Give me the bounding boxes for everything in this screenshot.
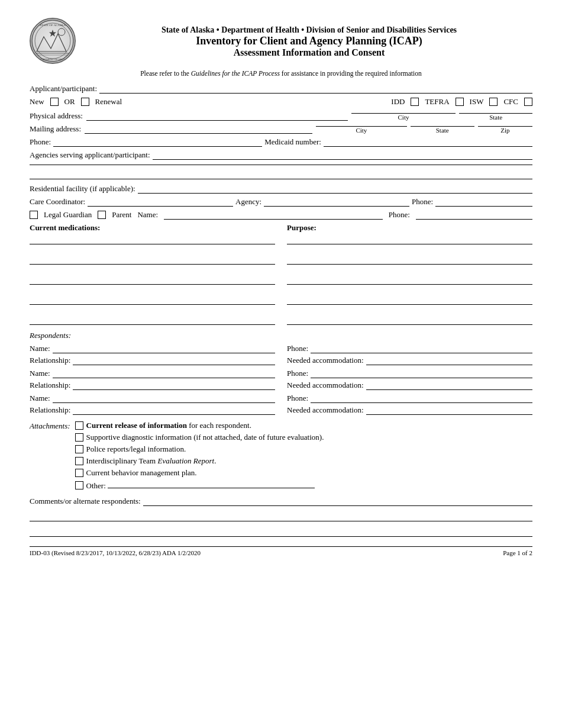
resp1-accom-label: Needed accommodation: <box>287 356 364 365</box>
agencies-field2[interactable] <box>30 170 532 179</box>
state-sublabel: State <box>459 114 532 121</box>
resp2-rel-label: Relationship: <box>30 381 70 390</box>
resp3-phone-label: Phone: <box>287 394 308 403</box>
med-line-3[interactable] <box>30 275 275 285</box>
attach-item-1: Current release of information for each … <box>75 421 324 430</box>
purpose-line-3[interactable] <box>287 275 532 285</box>
attach-checkbox-6[interactable] <box>75 481 83 489</box>
guardian-phone-field[interactable] <box>416 210 532 220</box>
purpose-line-1[interactable] <box>287 235 532 244</box>
purpose-line-2[interactable] <box>287 255 532 265</box>
care-coordinator-field[interactable] <box>88 197 233 207</box>
svg-marker-3 <box>37 34 66 51</box>
med-line-1[interactable] <box>30 235 275 244</box>
resp1-phone-field[interactable] <box>311 344 532 353</box>
purpose-line-4[interactable] <box>287 295 532 305</box>
resp3-name-label: Name: <box>30 394 50 403</box>
attach-text-3: Police reports/legal information. <box>86 444 186 454</box>
new-checkbox[interactable] <box>50 98 59 106</box>
cfc-checkbox[interactable] <box>524 98 532 106</box>
resp1-accom-field[interactable] <box>366 356 532 365</box>
resp1-rel-field[interactable] <box>73 356 275 365</box>
residential-field[interactable] <box>138 184 532 194</box>
attach-item-4: Interdisciplinary Team Evaluation Report… <box>75 456 324 466</box>
applicant-row: Applicant/participant: <box>30 84 532 94</box>
isw-checkbox[interactable] <box>489 98 498 106</box>
resp2-rel-field[interactable] <box>73 381 275 390</box>
comments-label-row: Comments/or alternate respondents: <box>30 497 532 506</box>
physical-address-field[interactable] <box>86 111 348 121</box>
resp2-name-field[interactable] <box>53 369 275 378</box>
attach-item-3: Police reports/legal information. <box>75 444 324 454</box>
phone-label: Phone: <box>30 137 51 147</box>
attach-item-2: Supportive diagnostic information (if no… <box>75 433 324 442</box>
resp2-phone-field[interactable] <box>311 369 532 378</box>
city-sublabel: City <box>351 114 456 121</box>
agency-label: Agency: <box>235 197 261 207</box>
attach-checkbox-5[interactable] <box>75 469 83 477</box>
med-line-2[interactable] <box>30 255 275 265</box>
page-header: STATE OF ALASKA DEPARTMENT OF HEALTH Sta… <box>30 18 532 65</box>
divider-1 <box>30 165 532 165</box>
resp2-phone-col: Phone: <box>287 369 532 378</box>
resp3-phone-field[interactable] <box>311 394 532 403</box>
parent-checkbox[interactable] <box>98 211 106 219</box>
resp3-accom-field[interactable] <box>366 405 532 415</box>
agencies-field[interactable] <box>153 150 532 160</box>
or-checkbox[interactable] <box>81 98 89 106</box>
legal-guardian-checkbox[interactable] <box>30 211 38 219</box>
legal-guardian-label: Legal Guardian <box>44 210 92 220</box>
svg-text:DEPARTMENT OF HEALTH: DEPARTMENT OF HEALTH <box>36 58 69 61</box>
idd-label: IDD <box>391 97 405 107</box>
attach-text-6: Other: <box>86 480 315 491</box>
medications-label: Current medications: <box>30 223 275 233</box>
cc-phone-field[interactable] <box>435 197 532 207</box>
resp1-rel-label: Relationship: <box>30 356 70 365</box>
agency-line: State of Alaska • Department of Health •… <box>86 25 532 35</box>
mailing-zip-sublabel: Zip <box>478 127 532 134</box>
form-title-main: Inventory for Client and Agency Planning… <box>86 35 532 47</box>
mailing-address-field[interactable] <box>85 124 312 134</box>
resp1-accom-col: Needed accommodation: <box>287 356 532 365</box>
idd-checkbox[interactable] <box>411 98 419 106</box>
comments-field[interactable] <box>143 497 532 506</box>
resp3-name-field[interactable] <box>53 394 275 403</box>
residential-row: Residential facility (if applicable): <box>30 184 532 194</box>
attach-checkbox-3[interactable] <box>75 445 83 453</box>
comments-line-2[interactable] <box>30 513 532 521</box>
applicant-field[interactable] <box>99 84 532 94</box>
med-line-5[interactable] <box>30 315 275 325</box>
attach-text-1: Current release of information for each … <box>86 421 251 430</box>
resp2-accom-field[interactable] <box>366 381 532 390</box>
attach-checkbox-1[interactable] <box>75 421 83 430</box>
agency-field[interactable] <box>264 197 409 207</box>
resp1-phone-col: Phone: <box>287 344 532 353</box>
phone-field[interactable] <box>53 137 262 147</box>
resp1-phone-label: Phone: <box>287 344 308 353</box>
mailing-address-row1: Mailing address: City State Zip <box>30 124 532 134</box>
resp1-name-field[interactable] <box>53 344 275 353</box>
physical-address-section: Physical address: City State <box>30 111 532 121</box>
resp1-rel-accom-row: Relationship: Needed accommodation: <box>30 356 532 365</box>
resp3-phone-col: Phone: <box>287 394 532 403</box>
attach-checkbox-2[interactable] <box>75 433 83 442</box>
med-line-4[interactable] <box>30 295 275 305</box>
comments-section: Comments/or alternate respondents: <box>30 497 532 537</box>
guardian-phone-label: Phone: <box>389 210 410 220</box>
header-text-block: State of Alaska • Department of Health •… <box>86 25 532 58</box>
attachments-list: Current release of information for each … <box>75 421 324 491</box>
svg-point-4 <box>58 28 65 36</box>
medicaid-field[interactable] <box>324 137 532 147</box>
agencies-row2 <box>30 170 532 179</box>
attach-checkbox-4[interactable] <box>75 457 83 465</box>
purpose-line-5[interactable] <box>287 315 532 325</box>
new-label: New <box>30 97 44 107</box>
svg-marker-7 <box>49 30 56 37</box>
guardian-name-field[interactable] <box>164 210 383 220</box>
respondent-2-block: Name: Phone: Relationship: Needed accomm… <box>30 369 532 390</box>
renewal-label: Renewal <box>95 97 122 107</box>
resp3-rel-field[interactable] <box>73 405 275 415</box>
tefra-checkbox[interactable] <box>456 98 464 106</box>
comments-line-3[interactable] <box>30 529 532 537</box>
mailing-state-sublabel: State <box>411 127 474 134</box>
